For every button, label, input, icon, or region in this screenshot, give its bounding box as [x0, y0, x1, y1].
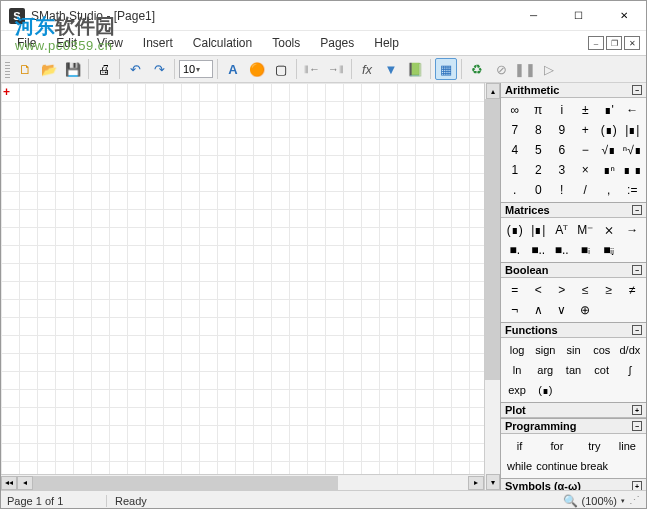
palette-cell[interactable]: arg [531, 360, 559, 380]
palette-cell[interactable]: ← [621, 100, 645, 120]
palette-cell[interactable]: ■ᵢⱼ [597, 240, 621, 260]
align-right-icon[interactable]: →⦀ [325, 58, 347, 80]
collapse-icon[interactable]: − [632, 265, 642, 275]
zoom-control[interactable]: 🔍 (100%) ▾ ⋰ [563, 494, 640, 508]
minimize-button[interactable]: ─ [511, 1, 556, 31]
palette-cell[interactable]: 5 [527, 140, 551, 160]
palette-cell[interactable]: ⨯ [597, 220, 621, 240]
palette-cell[interactable]: √∎ [597, 140, 621, 160]
palette-cell[interactable]: ln [503, 360, 531, 380]
panel-header-boolean[interactable]: Boolean− [501, 263, 646, 278]
palette-cell[interactable]: := [621, 180, 645, 200]
mdi-restore[interactable]: ❐ [606, 36, 622, 50]
new-button[interactable]: 🗋 [14, 58, 36, 80]
palette-cell[interactable]: M⁻ [574, 220, 598, 240]
palette-cell[interactable]: Aᵀ [550, 220, 574, 240]
palette-cell[interactable]: 9 [550, 120, 574, 140]
palette-cell[interactable]: sign [531, 340, 559, 360]
palette-cell[interactable]: → [621, 220, 645, 240]
book-icon[interactable]: 📗 [404, 58, 426, 80]
mdi-minimize[interactable]: – [588, 36, 604, 50]
palette-cell[interactable]: 8 [527, 120, 551, 140]
palette-cell[interactable]: break [578, 456, 611, 476]
palette-cell[interactable]: ≥ [597, 280, 621, 300]
menu-help[interactable]: Help [364, 33, 409, 53]
palette-cell[interactable]: log [503, 340, 531, 360]
palette-cell[interactable]: ≤ [574, 280, 598, 300]
palette-cell[interactable]: ∫ [616, 360, 644, 380]
palette-cell[interactable]: cot [588, 360, 616, 380]
toolbar-grip[interactable] [5, 60, 10, 78]
panel-header-arithmetic[interactable]: Arithmetic− [501, 83, 646, 98]
frame-button[interactable]: ▢ [270, 58, 292, 80]
palette-cell[interactable]: − [574, 140, 598, 160]
maximize-button[interactable]: ☐ [556, 1, 601, 31]
function-button[interactable]: fx [356, 58, 378, 80]
palette-cell[interactable]: ■.. [550, 240, 574, 260]
scroll-left-icon[interactable]: ◂ [17, 476, 33, 490]
scroll-up-icon[interactable]: ▴ [486, 83, 500, 99]
palette-cell[interactable]: (∎) [531, 380, 559, 400]
palette-cell[interactable]: ∨ [550, 300, 574, 320]
palette-cell[interactable]: ∧ [527, 300, 551, 320]
palette-cell[interactable]: (∎) [503, 220, 527, 240]
palette-cell[interactable]: π [527, 100, 551, 120]
palette-cell[interactable]: ! [550, 180, 574, 200]
palette-cell[interactable]: 1 [503, 160, 527, 180]
hscroll-thumb[interactable] [33, 476, 338, 490]
resize-grip-icon[interactable]: ⋰ [629, 494, 640, 507]
palette-cell[interactable]: ∎ ∎ [621, 160, 645, 180]
collapse-icon[interactable]: − [632, 205, 642, 215]
palette-cell[interactable]: 3 [550, 160, 574, 180]
palette-cell[interactable]: while [503, 456, 536, 476]
palette-cell[interactable]: 7 [503, 120, 527, 140]
palette-cell[interactable]: for [536, 436, 578, 456]
palette-cell[interactable]: ■ᵢ [574, 240, 598, 260]
palette-cell[interactable]: |∎| [527, 220, 551, 240]
panel-header-plot[interactable]: Plot+ [501, 403, 646, 418]
zoom-dropdown-icon[interactable]: ▾ [621, 497, 625, 505]
text-color-button[interactable]: A [222, 58, 244, 80]
palette-cell[interactable]: ∎' [597, 100, 621, 120]
palette-cell[interactable]: / [574, 180, 598, 200]
play-button[interactable]: ▷ [538, 58, 560, 80]
panel-toggle-button[interactable]: ▦ [435, 58, 457, 80]
palette-cell[interactable]: 6 [550, 140, 574, 160]
palette-cell[interactable]: 0 [527, 180, 551, 200]
background-color-button[interactable]: 🟠 [246, 58, 268, 80]
print-button[interactable]: 🖨 [93, 58, 115, 80]
tab-prev-icon[interactable]: ◂◂ [1, 476, 17, 490]
palette-cell[interactable]: ≠ [621, 280, 645, 300]
palette-cell[interactable]: . [503, 180, 527, 200]
palette-cell[interactable]: = [503, 280, 527, 300]
palette-cell[interactable]: ∞ [503, 100, 527, 120]
palette-cell[interactable]: ■.. [527, 240, 551, 260]
palette-cell[interactable]: ⁿ√∎ [621, 140, 645, 160]
close-button[interactable]: ✕ [601, 1, 646, 31]
palette-cell[interactable]: tan [559, 360, 587, 380]
save-button[interactable]: 💾 [62, 58, 84, 80]
palette-cell[interactable]: ¬ [503, 300, 527, 320]
menu-calculation[interactable]: Calculation [183, 33, 262, 53]
palette-cell[interactable]: cos [588, 340, 616, 360]
canvas[interactable]: + [1, 83, 484, 474]
palette-cell[interactable]: line [611, 436, 644, 456]
font-size-select[interactable]: 10▾ [179, 60, 213, 78]
filter-icon[interactable]: ▼ [380, 58, 402, 80]
palette-cell[interactable]: d/dx [616, 340, 644, 360]
palette-cell[interactable]: |∎| [621, 120, 645, 140]
scroll-down-icon[interactable]: ▾ [486, 474, 500, 490]
palette-cell[interactable]: > [550, 280, 574, 300]
palette-cell[interactable]: i [550, 100, 574, 120]
panel-header-programming[interactable]: Programming− [501, 419, 646, 434]
collapse-icon[interactable]: − [632, 325, 642, 335]
vscroll-track[interactable] [485, 99, 500, 474]
menu-pages[interactable]: Pages [310, 33, 364, 53]
pause-button[interactable]: ❚❚ [514, 58, 536, 80]
menu-tools[interactable]: Tools [262, 33, 310, 53]
menu-insert[interactable]: Insert [133, 33, 183, 53]
open-button[interactable]: 📂 [38, 58, 60, 80]
vscroll-thumb[interactable] [485, 99, 500, 380]
mdi-close[interactable]: ✕ [624, 36, 640, 50]
collapse-icon[interactable]: − [632, 85, 642, 95]
